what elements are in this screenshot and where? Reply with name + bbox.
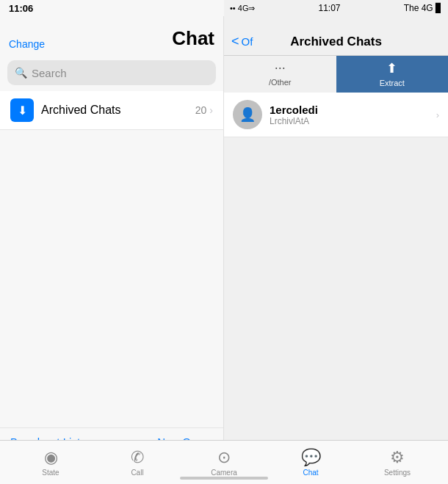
search-bar[interactable]: 🔍 Search xyxy=(7,60,216,85)
signal-icons: •• 4G⇒ xyxy=(230,4,255,13)
status-bar-left: 11:06 xyxy=(0,0,224,16)
tab-chat[interactable]: 💬 Chat xyxy=(291,448,331,477)
archived-chevron: › xyxy=(209,104,213,116)
state-icon: ◉ xyxy=(44,448,58,467)
archive-chat-item[interactable]: 👤 1ercoledi LrchivlAtA › xyxy=(224,93,448,137)
archived-count: 20 xyxy=(195,104,207,116)
right-panel: < Of Archived Chats ··· /Other ⬆ Extract… xyxy=(224,0,448,455)
call-icon: ✆ xyxy=(131,448,144,467)
archive-chat-avatar: 👤 xyxy=(233,100,262,129)
home-indicator xyxy=(180,477,268,480)
archive-chat-name: 1ercoledi xyxy=(270,104,432,116)
camera-icon: ⊙ xyxy=(217,448,231,467)
search-placeholder: Search xyxy=(32,67,67,79)
tab-state[interactable]: ◉ State xyxy=(31,448,71,477)
chat-title: Chat xyxy=(172,27,214,50)
back-button[interactable]: < Of xyxy=(231,34,275,49)
toolbar-extract-button[interactable]: ⬆ Extract xyxy=(336,56,449,93)
archived-chats-title: Archived Chats xyxy=(275,35,397,49)
back-arrow-icon: < xyxy=(231,34,239,49)
sub-toolbar: ··· /Other ⬆ Extract xyxy=(224,56,448,93)
tab-camera[interactable]: ⊙ Camera xyxy=(204,448,245,477)
right-header: < Of Archived Chats xyxy=(224,16,448,56)
archive-icon: ⬇ xyxy=(18,104,27,118)
chat-list: ⬇ Archived Chats 20 › xyxy=(0,91,223,427)
tab-call[interactable]: ✆ Call xyxy=(118,448,158,477)
archive-chat-info: 1ercoledi LrchivlAtA xyxy=(270,104,432,126)
left-panel: Change Chat 🔍 Search ⬇ Archived Chats 20… xyxy=(0,0,224,455)
toolbar-other-button[interactable]: ··· /Other xyxy=(224,56,336,93)
extract-label: Extract xyxy=(380,79,405,87)
archived-label: Archived Chats xyxy=(41,104,195,117)
status-bar-right: •• 4G⇒ 11:07 The 4G ▊ xyxy=(224,0,448,16)
other-icon: ··· xyxy=(275,60,286,76)
tab-camera-label: Camera xyxy=(211,469,237,477)
search-icon: 🔍 xyxy=(15,67,27,79)
back-label: Of xyxy=(242,35,253,48)
other-label: /Other xyxy=(269,78,292,87)
chat-icon: 💬 xyxy=(301,448,321,467)
left-header: Change Chat xyxy=(0,16,223,56)
extract-icon: ⬆ xyxy=(386,60,397,76)
archive-chat-meta: LrchivlAtA xyxy=(270,116,432,126)
settings-icon: ⚙ xyxy=(390,448,405,467)
archived-chats-row[interactable]: ⬇ Archived Chats 20 › xyxy=(0,91,223,130)
change-button[interactable]: Change xyxy=(9,38,45,50)
tab-chat-label: Chat xyxy=(303,469,318,477)
right-content-empty xyxy=(224,137,448,455)
archive-chat-chevron: › xyxy=(436,109,439,120)
tab-settings[interactable]: ⚙ Settings xyxy=(377,448,418,477)
carrier-battery: The 4G ▊ xyxy=(404,3,442,13)
battery-icon: ▊ xyxy=(436,3,442,13)
archived-icon-box: ⬇ xyxy=(10,98,34,122)
tab-call-label: Call xyxy=(131,469,143,477)
time-left: 11:06 xyxy=(9,3,33,14)
tab-settings-label: Settings xyxy=(384,469,411,477)
time-right: 11:07 xyxy=(319,3,341,13)
tab-state-label: State xyxy=(42,469,59,477)
